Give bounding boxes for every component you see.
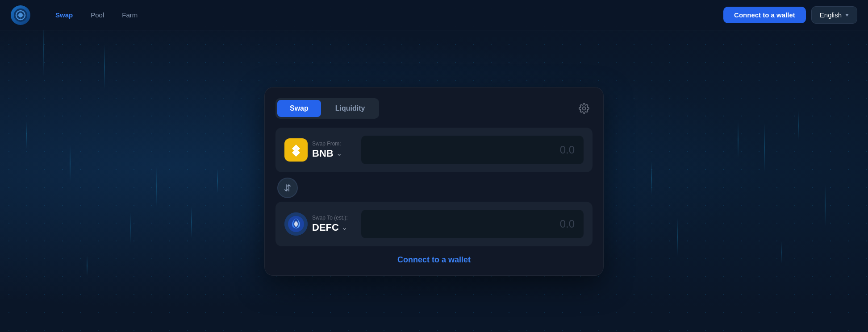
connect-wallet-section: Connect to a wallet (275, 255, 593, 265)
settings-button[interactable] (576, 100, 593, 117)
swap-direction (277, 174, 593, 202)
bnb-token-name: BNB (312, 148, 334, 159)
bnb-token-icon (284, 138, 308, 162)
swap-from-section: Swap From: BNB ⌄ (275, 128, 593, 172)
defc-chevron-icon: ⌄ (342, 223, 347, 232)
main-content: Swap Liquidity (0, 30, 868, 332)
to-label: Swap To (est.): (312, 215, 348, 221)
from-amount-input[interactable] (361, 136, 584, 164)
swap-from-row: Swap From: BNB ⌄ (284, 136, 584, 164)
to-token-selector[interactable]: Swap To (est.): DEFC ⌄ (284, 212, 356, 236)
connect-wallet-button[interactable]: Connect to a wallet (723, 7, 806, 23)
defc-token-icon (284, 212, 308, 236)
nav: Swap Pool Farm (48, 8, 145, 22)
chevron-down-icon (845, 14, 849, 17)
to-amount-input[interactable] (361, 210, 584, 238)
language-selector[interactable]: English (811, 6, 857, 24)
header: Swap Pool Farm Connect to a wallet Engli… (0, 0, 868, 30)
nav-item-swap[interactable]: Swap (48, 8, 80, 22)
nav-item-pool[interactable]: Pool (83, 8, 111, 22)
swap-to-section: Swap To (est.): DEFC ⌄ (275, 202, 593, 246)
svg-point-5 (294, 221, 298, 227)
defc-name-row: DEFC ⌄ (312, 222, 348, 233)
card-header: Swap Liquidity (275, 98, 593, 119)
swap-card: Swap Liquidity (264, 87, 604, 276)
nav-item-farm[interactable]: Farm (115, 8, 145, 22)
gear-icon (579, 103, 589, 114)
swap-arrows-icon (283, 183, 292, 192)
from-token-selector[interactable]: Swap From: BNB ⌄ (284, 138, 356, 162)
bnb-token-info: Swap From: BNB ⌄ (312, 141, 342, 159)
defc-token-name: DEFC (312, 222, 339, 233)
tab-swap[interactable]: Swap (277, 100, 321, 117)
tab-liquidity[interactable]: Liquidity (323, 100, 378, 117)
defc-token-info: Swap To (est.): DEFC ⌄ (312, 215, 348, 233)
logo (11, 5, 30, 25)
tab-group: Swap Liquidity (275, 98, 379, 119)
bnb-name-row: BNB ⌄ (312, 148, 342, 159)
language-label: English (820, 11, 842, 19)
header-right: Connect to a wallet English (723, 6, 857, 24)
from-label: Swap From: (312, 141, 342, 147)
connect-wallet-link[interactable]: Connect to a wallet (397, 255, 471, 264)
logo-icon (11, 5, 30, 25)
swap-to-row: Swap To (est.): DEFC ⌄ (284, 210, 584, 238)
bnb-chevron-icon: ⌄ (336, 149, 342, 158)
swap-direction-button[interactable] (277, 178, 298, 198)
